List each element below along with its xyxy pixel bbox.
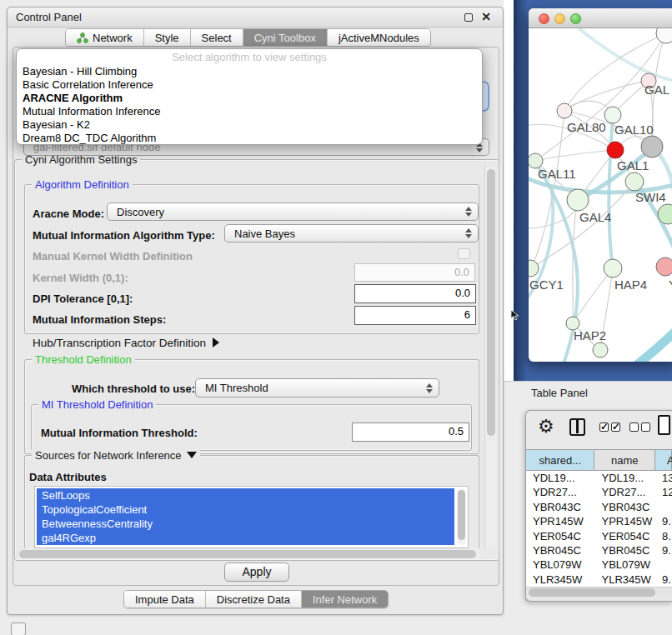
table-row[interactable]: YBR045CYBR045C9.	[526, 543, 672, 558]
settings-horizontal-scrollbar[interactable]	[18, 549, 482, 559]
column-settings-icon[interactable]	[569, 418, 585, 436]
manual-kernel-checkbox[interactable]	[458, 248, 470, 259]
table-cell[interactable]: YBR045C	[595, 543, 656, 558]
mi-threshold-field[interactable]: 0.5	[352, 422, 469, 442]
dropdown-item[interactable]: Bayesian - K2	[17, 118, 482, 132]
list-item-selected[interactable]: BetweennessCentrality	[37, 517, 454, 531]
table-row[interactable]: YDR27...YDR27...12	[526, 485, 672, 499]
table-row[interactable]: YBR043CYBR043C	[526, 500, 672, 514]
table-cell[interactable]: YBL079W	[595, 558, 656, 572]
tab-jactivemnodules[interactable]: jActiveMNodules	[328, 29, 430, 46]
aracne-mode-combo[interactable]: Discovery	[107, 202, 479, 221]
node-gal1-selected[interactable]	[607, 142, 624, 158]
zoom-traffic-light-icon[interactable]	[570, 13, 581, 24]
node-gal80[interactable]	[557, 103, 572, 118]
table-cell[interactable]: YDL19...	[526, 471, 595, 485]
table-cell[interactable]: YBR045C	[526, 543, 595, 558]
table-cell[interactable]: YLR345W	[526, 572, 595, 587]
apply-button[interactable]: Apply	[224, 562, 289, 582]
tab-network[interactable]: Network	[66, 29, 144, 46]
table-cell[interactable]: YDR27...	[526, 485, 595, 499]
deselect-all-checkbox-icon-2[interactable]	[641, 422, 650, 432]
minimize-traffic-light-icon[interactable]	[554, 13, 565, 24]
node-pink-right[interactable]	[656, 258, 672, 276]
node-hap4[interactable]	[604, 259, 622, 278]
tab-style[interactable]: Style	[144, 29, 191, 46]
tab-discretize-data[interactable]: Discretize Data	[206, 591, 302, 608]
tab-impute-data[interactable]: Impute Data	[124, 591, 206, 608]
select-all-checkbox-icon[interactable]	[599, 422, 609, 432]
list-item-selected[interactable]: TopologicalCoefficient	[37, 502, 454, 517]
table-cell[interactable]: YLR345W	[595, 572, 656, 587]
kernel-width-field[interactable]: 0.0	[354, 263, 475, 282]
select-all-checkbox-icon-2[interactable]	[611, 422, 620, 432]
list-vertical-scrollbar[interactable]	[457, 488, 466, 545]
export-table-icon[interactable]	[658, 415, 670, 435]
node-swi4[interactable]	[625, 172, 644, 191]
gear-icon[interactable]: ⚙	[538, 416, 554, 438]
sources-group-title[interactable]: Sources for Network Inference	[32, 449, 200, 462]
table-cell[interactable]	[655, 558, 672, 572]
table-cell[interactable]: YBR043C	[595, 500, 656, 514]
node-unlabeled-top[interactable]	[656, 28, 672, 43]
tab-select[interactable]: Select	[191, 29, 243, 46]
list-item-selected[interactable]: gal4RGexp	[37, 531, 454, 545]
table-cell[interactable]: YER054C	[526, 529, 595, 543]
list-item-selected[interactable]: SelfLoops	[37, 488, 454, 502]
table-cell[interactable]: YPR145W	[595, 514, 656, 528]
mi-type-combo[interactable]: Naive Bayes	[224, 224, 479, 242]
node-gray[interactable]	[641, 136, 663, 158]
dropdown-item[interactable]: Dream8 DC_TDC Algorithm	[17, 132, 482, 145]
table-cell[interactable]	[655, 500, 672, 514]
table-horizontal-scrollbar[interactable]	[526, 587, 672, 598]
deselect-all-checkbox-icon[interactable]	[629, 422, 639, 432]
dropdown-item[interactable]: Mutual Information Inference	[17, 105, 482, 118]
control-panel-titlebar[interactable]: Control Panel ✕	[8, 8, 503, 28]
collapsed-panel-icon[interactable]	[11, 622, 26, 635]
dropdown-item[interactable]: Basic Correlation Inference	[17, 78, 482, 92]
settings-vertical-scrollbar[interactable]	[484, 166, 496, 549]
which-threshold-combo[interactable]: MI Threshold	[195, 378, 439, 398]
column-header-name[interactable]: name	[594, 450, 655, 470]
close-traffic-light-icon[interactable]	[539, 13, 549, 24]
table-cell[interactable]: 9.	[655, 543, 672, 558]
column-header-clipped[interactable]: A	[655, 450, 672, 470]
node-unlabeled-bottom[interactable]	[593, 342, 608, 358]
column-header-shared-name[interactable]: shared...	[526, 450, 594, 470]
hub-definition-toggle[interactable]: Hub/Transcription Factor Definition	[33, 337, 219, 349]
scrollbar-thumb[interactable]	[529, 588, 655, 597]
network-view-window[interactable]: GAL GAL80 GAL10 GAL1 GAL11 SWI4 GAL4 GCY…	[529, 8, 672, 362]
table-cell[interactable]: 9.	[655, 514, 672, 528]
network-window-titlebar[interactable]	[529, 8, 672, 28]
mi-steps-field[interactable]: 6	[354, 306, 476, 325]
table-cell[interactable]: YDL19...	[595, 471, 656, 485]
node-gal4[interactable]	[567, 189, 589, 211]
table-cell[interactable]: YBL079W	[526, 558, 595, 572]
table-cell[interactable]: YPR145W	[526, 514, 595, 528]
table-row[interactable]: YDL19...YDL19...13	[526, 471, 672, 485]
dropdown-item-selected[interactable]: ARACNE Algorithm	[17, 92, 482, 105]
table-cell[interactable]: YDR27...	[595, 485, 656, 499]
node-gcy1[interactable]	[529, 260, 539, 277]
float-window-icon[interactable]	[464, 13, 473, 22]
table-cell[interactable]: YBR043C	[526, 500, 595, 514]
dpi-tolerance-field[interactable]: 0.0	[354, 284, 476, 303]
table-cell[interactable]: 8.	[655, 529, 672, 543]
table-panel-window[interactable]: ⚙ shared... name A YDL19...YDL19...13 YD…	[525, 410, 672, 602]
tab-infer-network[interactable]: Infer Network	[302, 591, 388, 608]
network-canvas[interactable]: GAL GAL80 GAL10 GAL1 GAL11 SWI4 GAL4 GCY…	[529, 28, 672, 362]
table-cell[interactable]: 13	[655, 471, 672, 485]
close-window-icon[interactable]: ✕	[481, 10, 491, 23]
table-row[interactable]: YLR345WYLR345W9.	[526, 572, 672, 587]
table-row[interactable]: YBL079WYBL079W	[526, 558, 672, 572]
scrollbar-thumb[interactable]	[458, 490, 465, 540]
scrollbar-thumb[interactable]	[19, 550, 476, 558]
dropdown-item[interactable]: Bayesian - Hill Climbing	[17, 65, 482, 78]
tab-cyni-toolbox[interactable]: Cyni Toolbox	[243, 29, 328, 46]
data-attributes-list[interactable]: SelfLoops TopologicalCoefficient Between…	[34, 486, 469, 548]
table-row[interactable]: YER054CYER054C8.	[526, 529, 672, 543]
table-row[interactable]: YPR145WYPR145W9.	[526, 514, 672, 528]
table-cell[interactable]: YER054C	[595, 529, 656, 543]
node-gal10[interactable]	[604, 107, 621, 123]
scrollbar-thumb[interactable]	[487, 169, 495, 436]
